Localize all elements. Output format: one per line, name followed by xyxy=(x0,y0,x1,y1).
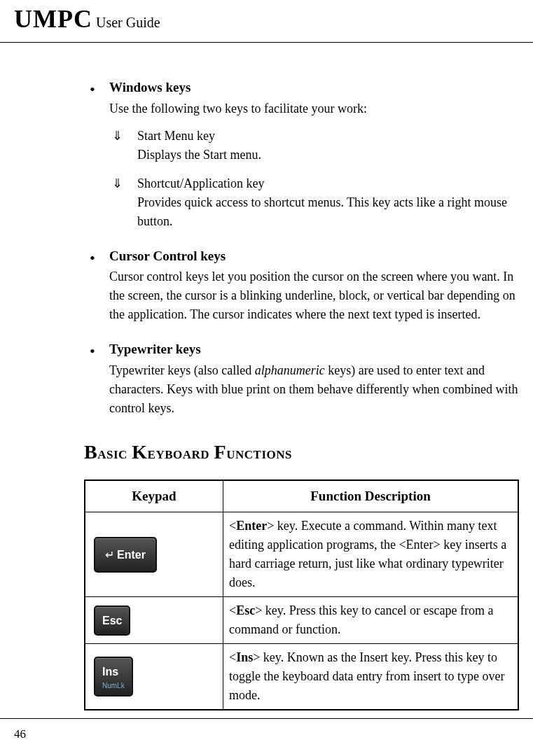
desc-bold: Ins xyxy=(236,650,253,664)
body-text-italic: alphanumeric xyxy=(255,363,325,377)
key-sub-label: NumLk xyxy=(102,680,125,691)
desc-bold: Esc xyxy=(236,603,255,617)
keypad-cell: ↵Enter xyxy=(85,512,223,597)
sub-item-desc: Provides quick access to shortcut menus.… xyxy=(137,193,519,231)
ins-keycap-icon: Ins NumLk xyxy=(94,657,133,696)
desc-post: > key. Press this key to cancel or escap… xyxy=(229,603,494,636)
body-text-pre: Typewriter keys (also called xyxy=(109,363,255,377)
item-title: Cursor Control keys xyxy=(109,248,226,263)
enter-keycap-icon: ↵Enter xyxy=(94,537,157,573)
list-item-typewriter-keys: Typewriter keys Typewriter keys (also ca… xyxy=(84,340,519,418)
page-footer: 46 xyxy=(0,718,533,743)
header-title-big: UMPC xyxy=(14,5,92,33)
enter-arrow-icon: ↵ xyxy=(105,549,114,561)
keypad-cell: Esc xyxy=(85,597,223,644)
desc-post: > key. Execute a command. Within many te… xyxy=(229,519,506,589)
page-header: UMPC User Guide xyxy=(0,0,533,43)
item-body: Cursor control keys let you position the… xyxy=(109,267,519,324)
table-row: Ins NumLk <Ins> key. Known as the Insert… xyxy=(85,644,518,710)
list-item-windows-keys: Windows keys Use the following two keys … xyxy=(84,78,519,231)
list-item-cursor-keys: Cursor Control keys Cursor control keys … xyxy=(84,246,519,325)
desc-pre: < xyxy=(229,519,236,533)
page-number: 46 xyxy=(14,727,26,741)
esc-keycap-icon: Esc xyxy=(94,606,130,636)
table-row: Esc <Esc> key. Press this key to cancel … xyxy=(85,597,518,644)
table-header-row: Keypad Function Description xyxy=(85,480,518,512)
desc-post: > key. Known as the Insert key. Press th… xyxy=(229,650,504,702)
header-title-small: User Guide xyxy=(92,15,160,30)
function-cell: <Esc> key. Press this key to cancel or e… xyxy=(223,597,519,644)
desc-pre: < xyxy=(229,650,236,664)
function-cell: <Enter> key. Execute a command. Within m… xyxy=(223,512,519,597)
down-arrow-icon: ⇓ xyxy=(112,174,123,193)
key-main-label: Esc xyxy=(102,615,122,626)
sub-list: ⇓ Start Menu key Displays the Start menu… xyxy=(109,127,519,231)
item-body: Typewriter keys (also called alphanumeri… xyxy=(109,361,519,418)
sub-item-desc: Displays the Start menu. xyxy=(137,146,519,164)
desc-bold: Enter xyxy=(236,519,267,533)
table-header-keypad: Keypad xyxy=(85,480,223,512)
function-cell: <Ins> key. Known as the Insert key. Pres… xyxy=(223,644,519,710)
item-title: Typewriter keys xyxy=(109,342,201,356)
section-heading: Basic Keyboard Functions xyxy=(84,438,519,467)
sub-item-label: Shortcut/Application key xyxy=(137,176,264,190)
down-arrow-icon: ⇓ xyxy=(112,127,123,146)
keypad-cell: Ins NumLk xyxy=(85,644,223,710)
sub-item-label: Start Menu key xyxy=(137,129,215,143)
item-body: Use the following two keys to facilitate… xyxy=(109,99,519,118)
header-title: UMPC User Guide xyxy=(14,0,519,42)
item-title: Windows keys xyxy=(109,80,191,94)
page-content: Windows keys Use the following two keys … xyxy=(0,78,533,710)
main-bullet-list: Windows keys Use the following two keys … xyxy=(84,78,519,418)
desc-pre: < xyxy=(229,603,236,617)
key-main-label: Ins xyxy=(102,666,118,678)
keyboard-functions-table: Keypad Function Description ↵Enter <Ente… xyxy=(84,479,519,711)
key-main-label: Enter xyxy=(117,549,146,561)
table-row: ↵Enter <Enter> key. Execute a command. W… xyxy=(85,512,518,597)
sub-item: ⇓ Start Menu key Displays the Start menu… xyxy=(109,127,519,164)
table-header-function: Function Description xyxy=(223,480,519,512)
sub-item: ⇓ Shortcut/Application key Provides quic… xyxy=(109,174,519,231)
